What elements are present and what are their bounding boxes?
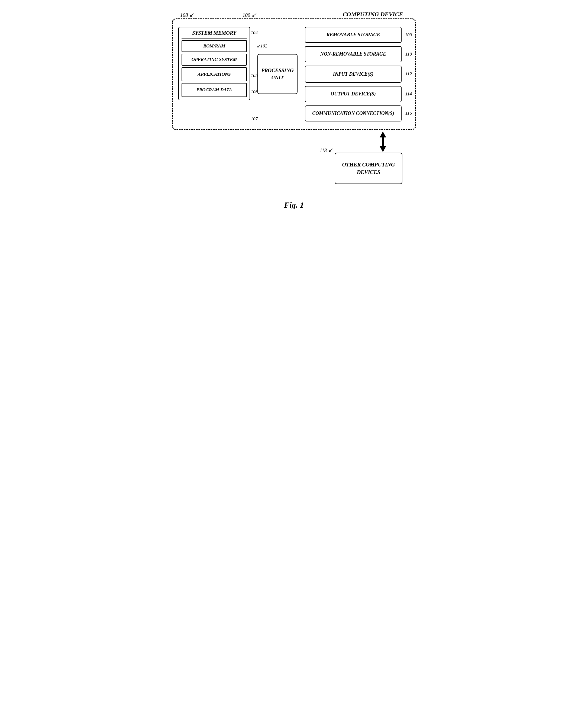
output-devices-box: OUTPUT DEVICE(S) <box>305 86 402 102</box>
system-memory-box: SYSTEM MEMORY ROM/RAM OPERATING SYSTEM A… <box>178 27 250 100</box>
svg-rect-1 <box>382 137 384 147</box>
ref-114: 114 <box>405 91 412 97</box>
removable-storage-wrapper: REMOVABLE STORAGE 109 <box>305 27 402 43</box>
diagram-wrapper: COMPUTING DEVICE 100 ↙ 108 ↙ SYSTEM MEMO… <box>172 11 416 184</box>
ref-116: 116 <box>405 110 412 116</box>
processing-unit-box: PROCESSING UNIT <box>257 54 297 94</box>
double-arrow-svg <box>375 131 391 152</box>
other-devices-section: 118 ↙ OTHER COMPUTING DEVICES <box>172 152 416 184</box>
removable-storage-box: REMOVABLE STORAGE <box>305 27 402 43</box>
non-removable-storage-wrapper: NON-REMOVABLE STORAGE 110 <box>305 46 402 62</box>
operating-system-box: OPERATING SYSTEM <box>182 54 247 66</box>
other-devices-wrapper: 118 ↙ OTHER COMPUTING DEVICES <box>335 152 402 184</box>
rom-ram-box: ROM/RAM <box>182 40 247 52</box>
svg-marker-0 <box>380 131 386 138</box>
computing-device-box: SYSTEM MEMORY ROM/RAM OPERATING SYSTEM A… <box>172 18 416 130</box>
ref-108-label: 108 ↙ <box>180 12 194 18</box>
ref-118-label: 118 ↙ <box>320 147 333 154</box>
system-memory-title: SYSTEM MEMORY <box>182 30 247 39</box>
processing-unit-section: ↙102 PROCESSING UNIT <box>254 27 300 121</box>
program-data-box: PROGRAM DATA <box>182 83 247 97</box>
ref-109: 109 <box>405 32 412 38</box>
ref-112: 112 <box>405 71 412 77</box>
arrow-section <box>172 131 416 152</box>
non-removable-storage-box: NON-REMOVABLE STORAGE <box>305 46 402 62</box>
communication-connections-box: COMMUNICATION CONNECTION(S) <box>305 105 402 121</box>
figure-caption: Fig. 1 <box>284 200 304 210</box>
right-column: REMOVABLE STORAGE 109 NON-REMOVABLE STOR… <box>305 27 402 121</box>
ref-110: 110 <box>405 51 412 57</box>
ref-100-label: 100 ↙ <box>243 12 256 18</box>
other-devices-box: OTHER COMPUTING DEVICES <box>335 152 402 184</box>
input-devices-wrapper: INPUT DEVICE(S) 112 <box>305 66 402 83</box>
output-devices-wrapper: OUTPUT DEVICE(S) 114 <box>305 86 402 102</box>
input-devices-box: INPUT DEVICE(S) <box>305 66 402 83</box>
ref-102: ↙102 <box>257 43 268 49</box>
applications-box: APPLICATIONS <box>182 67 247 81</box>
computing-device-label: COMPUTING DEVICE <box>343 11 403 18</box>
system-memory-section: SYSTEM MEMORY ROM/RAM OPERATING SYSTEM A… <box>178 27 250 121</box>
svg-marker-2 <box>380 146 386 152</box>
communication-connections-wrapper: COMMUNICATION CONNECTION(S) 116 <box>305 105 402 121</box>
